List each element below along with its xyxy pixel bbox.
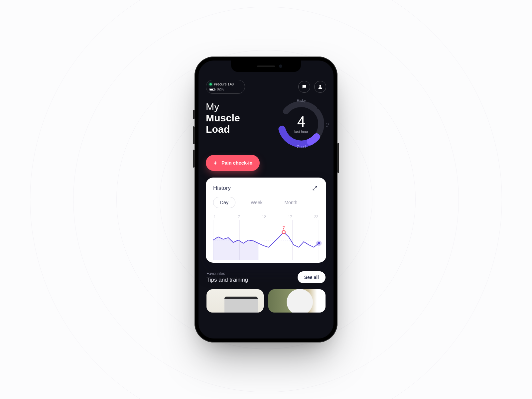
tab-week[interactable]: Week xyxy=(244,197,269,208)
chart-callout-value: 7 xyxy=(282,225,285,230)
chart-x-axis: 1 7 12 17 22 xyxy=(213,215,319,219)
tab-day[interactable]: Day xyxy=(213,197,235,208)
gauge-label-good: Good xyxy=(297,145,306,149)
x-tick: 17 xyxy=(288,215,292,219)
device-status-pill[interactable]: Precure 148 82% xyxy=(206,80,245,94)
favourite-thumb-2[interactable] xyxy=(268,289,326,313)
muscle-load-gauge: 4 last hour Risky Ok Good xyxy=(276,99,326,149)
user-icon xyxy=(318,84,323,89)
gauge-label-ok: Ok xyxy=(325,123,329,127)
chat-button[interactable] xyxy=(298,81,310,93)
x-tick: 12 xyxy=(262,215,266,219)
x-tick: 7 xyxy=(238,215,240,219)
x-tick: 1 xyxy=(214,215,216,219)
favourite-thumb-1[interactable] xyxy=(206,289,264,313)
title-line1: My xyxy=(206,101,219,112)
chat-icon xyxy=(302,84,307,89)
cta-label: Pain check-in xyxy=(221,160,252,166)
phone-frame: Precure 148 82% xyxy=(195,57,337,342)
screen: Precure 148 82% xyxy=(199,61,333,338)
page-title: My Muscle Load xyxy=(206,101,240,135)
history-chart: 7 xyxy=(213,220,319,260)
svg-point-0 xyxy=(319,85,321,87)
favourites-eyebrow: Favourites xyxy=(206,271,248,276)
favourites-title: Tips and training xyxy=(206,277,248,283)
device-name-label: Precure 148 xyxy=(214,82,234,86)
svg-point-11 xyxy=(282,231,285,234)
connection-dot-icon xyxy=(209,83,212,85)
bolt-icon xyxy=(213,161,218,166)
title-line3: Load xyxy=(206,124,240,135)
title-line2: Muscle xyxy=(206,112,240,124)
pain-checkin-button[interactable]: Pain check-in xyxy=(206,155,260,171)
history-tabs: Day Week Month xyxy=(213,197,319,208)
svg-point-13 xyxy=(316,241,322,246)
battery-icon xyxy=(209,88,215,91)
expand-icon xyxy=(312,186,318,191)
profile-button[interactable] xyxy=(314,81,326,93)
gauge-label-risky: Risky xyxy=(297,98,306,102)
history-card: History Day Week Month 1 7 12 xyxy=(206,178,326,263)
battery-label: 82% xyxy=(217,87,224,91)
tab-month[interactable]: Month xyxy=(278,197,304,208)
history-title: History xyxy=(213,185,231,192)
see-all-button[interactable]: See all xyxy=(298,271,326,283)
x-tick: 22 xyxy=(314,215,318,219)
expand-button[interactable] xyxy=(311,184,319,192)
